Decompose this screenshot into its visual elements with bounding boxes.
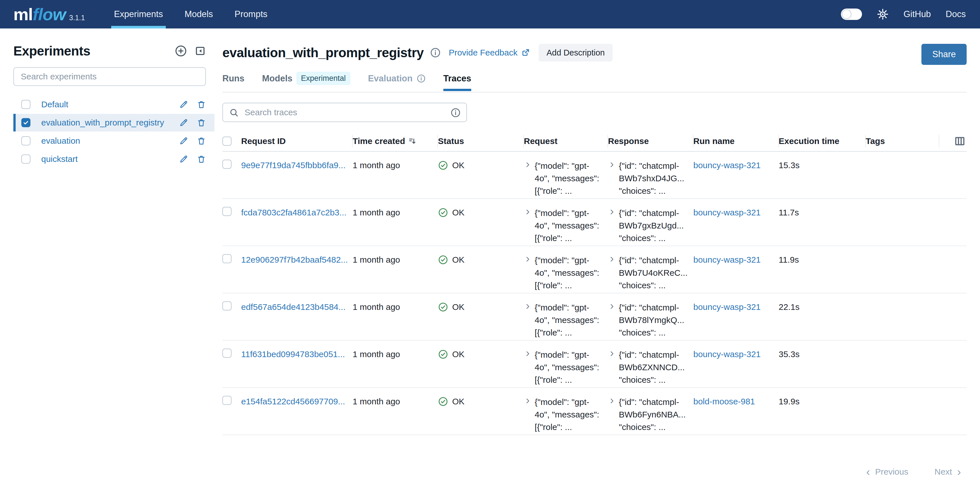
- experiment-list-item[interactable]: evaluation_with_prompt_registry: [13, 114, 215, 131]
- status-ok-icon: [438, 160, 448, 171]
- expand-request-icon[interactable]: [524, 303, 532, 311]
- trace-run-name-link[interactable]: bouncy-wasp-321: [693, 302, 761, 312]
- search-traces-info-icon[interactable]: [450, 108, 461, 118]
- trace-execution-time: 35.3s: [779, 349, 865, 360]
- trace-request-id-link[interactable]: 12e906297f7b42baaf5482...: [241, 255, 348, 265]
- github-link[interactable]: GitHub: [904, 9, 931, 19]
- create-experiment-icon[interactable]: [175, 45, 187, 57]
- expand-response-icon[interactable]: [608, 161, 616, 169]
- trace-checkbox[interactable]: [223, 254, 231, 263]
- trace-request-id-link[interactable]: fcda7803c2fa4861a7c2b3...: [241, 208, 346, 217]
- col-header-run-name[interactable]: Run name: [693, 135, 779, 147]
- delete-experiment-icon[interactable]: [197, 118, 206, 127]
- select-all-checkbox[interactable]: [223, 137, 231, 146]
- trace-request-preview: {"model": "gpt-4o", "messages":[{"role":…: [535, 254, 599, 292]
- experiment-link[interactable]: evaluation_with_prompt_registry: [41, 118, 164, 127]
- experiment-checkbox[interactable]: [21, 136, 30, 145]
- nav-tab-prompts[interactable]: Prompts: [232, 0, 270, 29]
- mlflow-logo[interactable]: ml flow 3.1.1: [13, 5, 85, 24]
- trace-row: 9e9e77f19da745fbbb6fa9... 1 month ago OK…: [223, 152, 967, 199]
- experiment-checkbox[interactable]: [21, 155, 30, 164]
- trace-request-id-link[interactable]: 11f631bed0994783be051...: [241, 349, 345, 359]
- tab-traces[interactable]: Traces: [443, 73, 471, 91]
- col-header-status[interactable]: Status: [438, 135, 524, 147]
- search-traces-input[interactable]: [223, 103, 467, 122]
- collapse-sidebar-icon[interactable]: [194, 45, 206, 57]
- edit-experiment-icon[interactable]: [179, 100, 188, 109]
- col-header-request[interactable]: Request: [524, 135, 608, 147]
- sort-descending-icon[interactable]: [408, 137, 417, 145]
- experiment-checkbox[interactable]: [21, 100, 30, 109]
- col-header-tags[interactable]: Tags: [865, 135, 939, 147]
- expand-request-icon[interactable]: [524, 350, 532, 358]
- trace-checkbox[interactable]: [223, 207, 231, 216]
- trace-row: 11f631bed0994783be051... 1 month ago OK …: [223, 341, 967, 388]
- expand-response-icon[interactable]: [608, 350, 616, 358]
- expand-request-icon[interactable]: [524, 255, 532, 263]
- trace-run-name-link[interactable]: bouncy-wasp-321: [693, 255, 761, 265]
- status-badge: OK: [438, 349, 519, 360]
- logo-ml-text: ml: [13, 5, 33, 24]
- tab-models[interactable]: Models Experimental: [262, 72, 350, 92]
- docs-link[interactable]: Docs: [946, 9, 966, 19]
- expand-response-icon[interactable]: [608, 303, 616, 311]
- experiment-link[interactable]: quickstart: [41, 154, 78, 164]
- experiment-list-item[interactable]: Default: [13, 96, 215, 113]
- expand-response-icon[interactable]: [608, 208, 616, 216]
- expand-response-icon[interactable]: [608, 255, 616, 263]
- delete-experiment-icon[interactable]: [197, 136, 206, 145]
- expand-request-icon[interactable]: [524, 208, 532, 216]
- expand-response-icon[interactable]: [608, 397, 616, 405]
- search-experiments-input[interactable]: [13, 67, 206, 86]
- next-page-button[interactable]: Next ›: [934, 467, 961, 476]
- trace-request-id-link[interactable]: e154fa5122cd456697709...: [241, 397, 345, 406]
- trace-run-name-link[interactable]: bouncy-wasp-321: [693, 208, 761, 217]
- expand-request-icon[interactable]: [524, 397, 532, 405]
- trace-request-id-link[interactable]: edf567a654de4123b4584...: [241, 302, 345, 312]
- nav-tab-models[interactable]: Models: [182, 0, 216, 29]
- col-run-name-label: Run name: [693, 136, 735, 146]
- trace-checkbox[interactable]: [223, 349, 231, 358]
- experiment-info-icon[interactable]: [430, 47, 441, 58]
- trace-checkbox[interactable]: [223, 159, 231, 169]
- trace-request-id-link[interactable]: 9e9e77f19da745fbbb6fa9...: [241, 161, 345, 170]
- trace-run-name-link[interactable]: bold-moose-981: [693, 397, 755, 406]
- edit-experiment-icon[interactable]: [179, 136, 188, 145]
- edit-experiment-icon[interactable]: [179, 118, 188, 127]
- status-badge: OK: [438, 396, 519, 407]
- trace-checkbox[interactable]: [223, 396, 231, 405]
- trace-row: 12e906297f7b42baaf5482... 1 month ago OK…: [223, 246, 967, 293]
- col-header-time-created[interactable]: Time created: [353, 135, 438, 147]
- settings-gear-icon[interactable]: [877, 8, 889, 20]
- col-header-response[interactable]: Response: [608, 135, 693, 147]
- tab-runs[interactable]: Runs: [223, 73, 245, 91]
- col-header-request-id[interactable]: Request ID: [241, 135, 353, 147]
- add-description-button[interactable]: Add Description: [539, 44, 613, 62]
- trace-run-name-link[interactable]: bouncy-wasp-321: [693, 161, 761, 170]
- nav-tabs: Experiments Models Prompts: [111, 0, 286, 29]
- chevron-right-icon: ›: [957, 467, 961, 476]
- trace-run-name-link[interactable]: bouncy-wasp-321: [693, 349, 761, 359]
- column-settings-icon[interactable]: [954, 135, 966, 147]
- trace-response-preview: {"id": "chatcmpl-BWb78lYmgkQ..."choices"…: [619, 301, 684, 339]
- edit-experiment-icon[interactable]: [179, 155, 188, 164]
- col-header-execution-time[interactable]: Execution time: [779, 135, 865, 147]
- experiment-link[interactable]: Default: [41, 100, 68, 109]
- provide-feedback-link[interactable]: Provide Feedback: [449, 48, 530, 57]
- trace-checkbox[interactable]: [223, 301, 231, 311]
- chevron-left-icon: ‹: [866, 467, 870, 476]
- nav-tab-experiments[interactable]: Experiments: [111, 0, 166, 29]
- previous-page-button[interactable]: ‹ Previous: [866, 467, 908, 476]
- experiment-checkbox[interactable]: [21, 118, 30, 127]
- col-execution-time-label: Execution time: [779, 136, 839, 146]
- trace-response-preview: {"id": "chatcmpl-BWb6Fyn6NBA..."choices"…: [619, 396, 686, 433]
- experiment-list-item[interactable]: quickstart: [13, 150, 215, 168]
- delete-experiment-icon[interactable]: [197, 155, 206, 164]
- experiment-list-item[interactable]: evaluation: [13, 132, 215, 150]
- share-button[interactable]: Share: [921, 44, 967, 65]
- experiment-link[interactable]: evaluation: [41, 136, 80, 146]
- tab-evaluation[interactable]: Evaluation: [368, 73, 426, 91]
- expand-request-icon[interactable]: [524, 161, 532, 169]
- theme-toggle[interactable]: [841, 8, 862, 20]
- delete-experiment-icon[interactable]: [197, 100, 206, 109]
